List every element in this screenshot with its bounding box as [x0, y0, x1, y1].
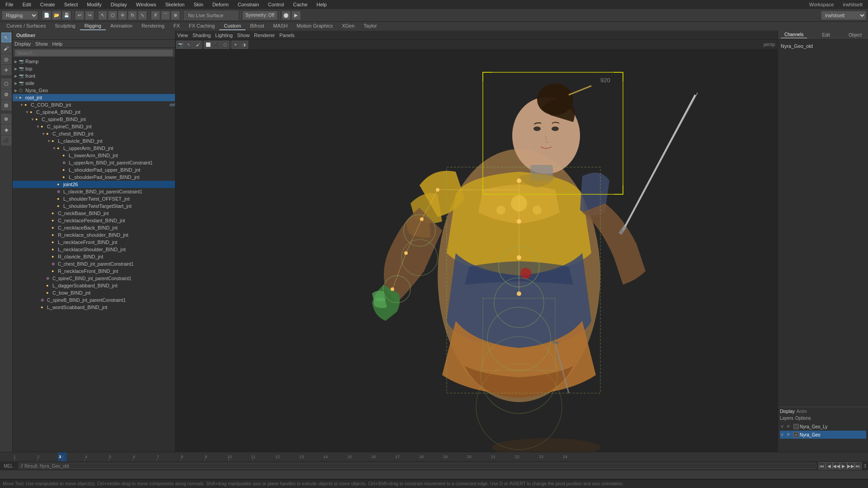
script-line[interactable]: // Result: Nyra_Geo_old: [19, 463, 817, 469]
select-tool-left[interactable]: ↖: [1, 33, 11, 42]
list-item[interactable]: ▼ ● root_jnt: [13, 94, 175, 101]
list-item[interactable]: ● L_necklaceShoulder_BIND_jnt: [13, 246, 175, 253]
tab-motiongraphics[interactable]: Motion Graphics: [292, 22, 337, 30]
next-frame-btn[interactable]: ▶▶: [847, 462, 854, 469]
list-item[interactable]: ▶ 📷 front: [13, 72, 175, 80]
tab-fx[interactable]: FX: [169, 22, 184, 30]
paint-tool[interactable]: 🖌: [1, 43, 11, 53]
menu-select[interactable]: Select: [62, 1, 80, 8]
tab-rigging[interactable]: Rigging: [80, 22, 106, 30]
rigging-tool6[interactable]: ⬛: [1, 136, 11, 145]
save-btn[interactable]: 💾: [62, 11, 71, 20]
layers-tab[interactable]: Layers: [780, 416, 793, 421]
tab-sculpting[interactable]: Sculpting: [50, 22, 80, 30]
user-dropdown[interactable]: irwhitsett: [821, 11, 866, 20]
list-item[interactable]: ▼ ● C_chest_BIND_jnt: [13, 130, 175, 137]
display-tab[interactable]: Display: [780, 409, 795, 414]
menu-cache[interactable]: Cache: [291, 1, 309, 8]
new-btn[interactable]: 📄: [42, 11, 51, 20]
list-item[interactable]: ● L_necklaceFront_BIND_jnt: [13, 239, 175, 246]
no-live-surface-label[interactable]: No Live Surface: [184, 11, 238, 20]
menu-create[interactable]: Create: [38, 1, 57, 8]
list-item[interactable]: ● L_shoulderTwist_OFFSET_jnt: [13, 195, 175, 202]
mode-dropdown[interactable]: Rigging: [2, 11, 38, 20]
tab-custom[interactable]: Custom: [219, 22, 245, 30]
vp-shadow-btn[interactable]: ◑: [240, 41, 248, 49]
ipr-btn[interactable]: ▶: [292, 11, 301, 20]
menu-windows[interactable]: Windows: [134, 1, 158, 8]
sculpt-tool[interactable]: ◎: [1, 54, 11, 64]
list-item[interactable]: ● R_necklace_shoulder_BIND_jnt: [13, 231, 175, 239]
list-item[interactable]: ● joint26: [13, 181, 175, 188]
outliner-display[interactable]: Display: [14, 41, 31, 47]
layer-vis-check2[interactable]: ✓: [793, 432, 799, 437]
rigging-tool4[interactable]: ⊕: [1, 114, 11, 124]
menu-constrain[interactable]: Constrain: [236, 1, 261, 8]
vp-wireframe-btn[interactable]: ⬜: [204, 41, 212, 49]
layer-row-selected[interactable]: V P ✓ Nyra_Geo: [780, 431, 866, 439]
select-tool[interactable]: ↖: [98, 11, 107, 20]
list-item[interactable]: ● C_neckBase_BIND_jnt: [13, 210, 175, 217]
go-end-btn[interactable]: ⏭: [854, 462, 862, 469]
tab-taylor[interactable]: Taylor: [359, 22, 381, 30]
edit-tab[interactable]: Edit: [819, 32, 834, 38]
list-item[interactable]: ⊕ L_upperArm_BIND_jnt_parentConstraint1: [13, 159, 175, 166]
list-item[interactable]: ▼ ● C_spineC_BIND_jnt: [13, 123, 175, 130]
viewport[interactable]: View Shading Lighting Show Renderer Pane…: [175, 31, 778, 470]
list-item[interactable]: ▼ ● L_upperArm_BIND_jnt: [13, 145, 175, 152]
vp-light-btn[interactable]: ☀: [231, 41, 240, 49]
go-start-btn[interactable]: ⏮: [818, 462, 826, 469]
snap-point[interactable]: ⊕: [171, 11, 180, 20]
vp-menu-view[interactable]: View: [177, 33, 188, 38]
outliner-show[interactable]: Show: [35, 41, 48, 47]
vp-texture-btn[interactable]: ⬡: [221, 41, 229, 49]
search-input[interactable]: [14, 49, 173, 56]
list-item[interactable]: ▼ ● C_COG_BIND_jnt ctrl: [13, 101, 175, 108]
list-item[interactable]: ▼ ● C_spineA_BIND_jnt: [13, 108, 175, 116]
tab-mash[interactable]: MASH: [269, 22, 292, 30]
render-btn[interactable]: ⬤: [282, 11, 291, 20]
menu-control[interactable]: Control: [266, 1, 286, 8]
outliner-help[interactable]: Help: [52, 41, 63, 47]
list-item[interactable]: ⊕ C_spineB_BIND_jnt_parentConstraint1: [13, 296, 175, 304]
list-item[interactable]: ● C_necklaceBack_BIND_jnt: [13, 224, 175, 231]
list-item[interactable]: ● C_bow_BIND_jnt: [13, 289, 175, 296]
list-item[interactable]: ▶ 📷 top: [13, 65, 175, 72]
menu-help[interactable]: Help: [315, 1, 329, 8]
list-item[interactable]: ● L_daggerScabbard_BIND_jnt: [13, 282, 175, 289]
viewport-canvas[interactable]: 920 X Y Z: [175, 50, 778, 470]
rotate-tool[interactable]: ↻: [128, 11, 137, 20]
menu-file[interactable]: File: [4, 1, 15, 8]
rigging-tool1[interactable]: ⬡: [1, 79, 11, 89]
open-btn[interactable]: 📂: [52, 11, 61, 20]
tab-rendering[interactable]: Rendering: [137, 22, 169, 30]
layer-row[interactable]: V P Nyra_Geo_Ly: [780, 422, 866, 431]
play-fwd-btn[interactable]: ▶: [840, 462, 847, 469]
list-item[interactable]: ▶ 📷 Ramp: [13, 58, 175, 65]
vp-paint-btn[interactable]: 🖌: [193, 41, 202, 49]
list-item[interactable]: ● R_clavicle_BIND_jnt: [13, 253, 175, 260]
redo-btn[interactable]: ↪: [85, 11, 94, 20]
list-item[interactable]: ▶ 📷 side: [13, 80, 175, 87]
options-tab[interactable]: Options: [795, 416, 811, 421]
channels-tab[interactable]: Channels: [781, 32, 807, 38]
menu-edit[interactable]: Edit: [21, 1, 33, 8]
vp-menu-lighting[interactable]: Lighting: [215, 33, 233, 38]
vp-cam-btn[interactable]: 📷: [176, 41, 184, 49]
list-item[interactable]: ● L_shoulderTwistTargetStart_jnt: [13, 202, 175, 210]
scale-tool[interactable]: ⤡: [138, 11, 147, 20]
list-item[interactable]: ● L_shoulderPad_upper_BIND_jnt: [13, 166, 175, 174]
list-item[interactable]: ⊕ L_clavicle_BIND_jnt_parentConstraint1: [13, 188, 175, 195]
rigging-tool3[interactable]: ⊞: [1, 100, 11, 110]
snap-grid[interactable]: #: [151, 11, 160, 20]
vp-menu-shading[interactable]: Shading: [193, 33, 211, 38]
object-tab[interactable]: Object: [845, 32, 865, 38]
list-item[interactable]: ▼ ● L_clavicle_BIND_jnt: [13, 137, 175, 145]
tab-bifrost[interactable]: Bifrost: [245, 22, 269, 30]
list-item[interactable]: ● C_necklacePendant_BIND_jnt: [13, 217, 175, 224]
menu-display[interactable]: Display: [109, 1, 129, 8]
list-item[interactable]: ⊕ C_spineC_BIND_jnt_parentConstraint1: [13, 275, 175, 282]
vp-menu-renderer[interactable]: Renderer: [254, 33, 275, 38]
play-back-btn[interactable]: ◀◀: [833, 462, 840, 469]
menu-deform[interactable]: Deform: [211, 1, 231, 8]
